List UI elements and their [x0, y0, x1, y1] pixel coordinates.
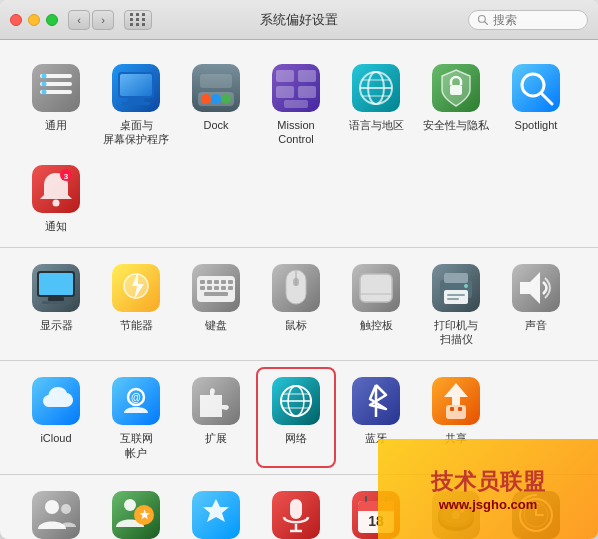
pref-appstore[interactable]: App Store: [176, 481, 256, 539]
close-button[interactable]: [10, 14, 22, 26]
pref-icloud[interactable]: iCloud: [16, 367, 96, 468]
keyboard-label: 键盘: [205, 318, 227, 332]
icloud-icon: [30, 375, 82, 427]
mouse-label: 鼠标: [285, 318, 307, 332]
grid-button[interactable]: [124, 10, 152, 30]
svg-rect-70: [444, 273, 468, 283]
system-preferences-window: ‹ › 系统偏好设置: [0, 0, 598, 539]
energy-label: 节能器: [120, 318, 153, 332]
extensions-icon: [190, 375, 242, 427]
dock-icon: [190, 62, 242, 114]
pref-dictation[interactable]: 听写与语音: [256, 481, 336, 539]
general-label: 通用: [45, 118, 67, 132]
pref-trackpad[interactable]: 触控板: [336, 254, 416, 355]
svg-rect-59: [228, 286, 233, 290]
svg-rect-13: [122, 102, 150, 105]
appstore-icon: [190, 489, 242, 539]
pref-sharing[interactable]: 共享: [416, 367, 496, 468]
svg-rect-25: [284, 100, 308, 108]
pref-notifications[interactable]: 3 通知: [16, 155, 96, 241]
svg-rect-51: [207, 280, 212, 284]
pref-dock[interactable]: Dock: [176, 54, 256, 155]
traffic-lights: [10, 14, 58, 26]
pref-sound[interactable]: 声音: [496, 254, 576, 355]
svg-rect-52: [214, 280, 219, 284]
keyboard-icon: [190, 262, 242, 314]
pref-energy[interactable]: 节能器: [96, 254, 176, 355]
desktop-label: 桌面与屏幕保护程序: [103, 118, 169, 147]
dock-label: Dock: [203, 118, 228, 132]
svg-rect-43: [39, 273, 73, 295]
svg-rect-57: [214, 286, 219, 290]
desktop-icon: [110, 62, 162, 114]
pref-startup[interactable]: 启动磁盘: [416, 481, 496, 539]
svg-text:3: 3: [64, 172, 69, 181]
sharing-label: 共享: [445, 431, 467, 445]
svg-point-16: [201, 94, 211, 104]
pref-mission-control[interactable]: MissionControl: [256, 54, 336, 155]
trackpad-label: 触控板: [360, 318, 393, 332]
svg-point-17: [211, 94, 221, 104]
internet-icon: @: [110, 375, 162, 427]
back-button[interactable]: ‹: [68, 10, 90, 30]
svg-point-96: [61, 504, 71, 514]
svg-rect-60: [204, 292, 228, 296]
pref-parental[interactable]: ★ 家长控制: [96, 481, 176, 539]
pref-spotlight[interactable]: Spotlight: [496, 54, 576, 155]
svg-rect-53: [221, 280, 226, 284]
pref-mouse[interactable]: 鼠标: [256, 254, 336, 355]
svg-line-1: [485, 21, 488, 24]
svg-rect-22: [298, 70, 316, 82]
pref-general[interactable]: 通用: [16, 54, 96, 155]
minimize-button[interactable]: [28, 14, 40, 26]
svg-rect-2: [32, 64, 80, 112]
pref-users[interactable]: 用户与群组: [16, 481, 96, 539]
security-icon: [430, 62, 482, 114]
pref-internet[interactable]: @ 互联网帐户: [96, 367, 176, 468]
sharing-icon: [430, 375, 482, 427]
svg-point-74: [464, 284, 468, 288]
pref-language[interactable]: 语言与地区: [336, 54, 416, 155]
pref-desktop[interactable]: 桌面与屏幕保护程序: [96, 54, 176, 155]
window-title: 系统偏好设置: [260, 11, 338, 29]
svg-point-95: [45, 500, 59, 514]
maximize-button[interactable]: [46, 14, 58, 26]
svg-rect-71: [444, 290, 468, 304]
section-internet: iCloud @ 互联网帐户: [0, 361, 598, 475]
preferences-content: 通用 桌面与屏幕保护程序: [0, 40, 598, 539]
trackpad-icon: [350, 262, 402, 314]
svg-rect-19: [200, 74, 232, 88]
pref-timemachine[interactable]: Time Machine: [496, 481, 576, 539]
datetime-icon: 18: [350, 489, 402, 539]
pref-printers[interactable]: 打印机与扫描仪: [416, 254, 496, 355]
pref-datetime[interactable]: 18 日期与时间: [336, 481, 416, 539]
svg-point-98: [124, 499, 136, 511]
svg-rect-54: [228, 280, 233, 284]
spotlight-icon: [510, 62, 562, 114]
svg-rect-94: [32, 491, 80, 539]
svg-rect-92: [450, 407, 454, 411]
security-label: 安全性与隐私: [423, 118, 489, 132]
pref-security[interactable]: 安全性与隐私: [416, 54, 496, 155]
icloud-label: iCloud: [40, 431, 71, 445]
pref-extensions[interactable]: 扩展: [176, 367, 256, 468]
pref-bluetooth[interactable]: 蓝牙: [336, 367, 416, 468]
bluetooth-label: 蓝牙: [365, 431, 387, 445]
pref-network[interactable]: 网络: [256, 367, 336, 468]
svg-point-38: [53, 199, 60, 206]
svg-rect-45: [42, 301, 70, 304]
mouse-icon: [270, 262, 322, 314]
svg-point-117: [452, 511, 460, 519]
pref-displays[interactable]: 显示器: [16, 254, 96, 355]
section-system: 用户与群组 ★ 家长控制: [0, 475, 598, 539]
svg-rect-44: [48, 297, 64, 301]
svg-rect-73: [447, 298, 459, 300]
forward-button[interactable]: ›: [92, 10, 114, 30]
startup-icon: [430, 489, 482, 539]
svg-rect-93: [458, 407, 462, 411]
search-box[interactable]: [468, 10, 588, 30]
svg-rect-21: [276, 70, 294, 82]
search-input[interactable]: [493, 13, 578, 27]
svg-rect-55: [200, 286, 205, 290]
pref-keyboard[interactable]: 键盘: [176, 254, 256, 355]
